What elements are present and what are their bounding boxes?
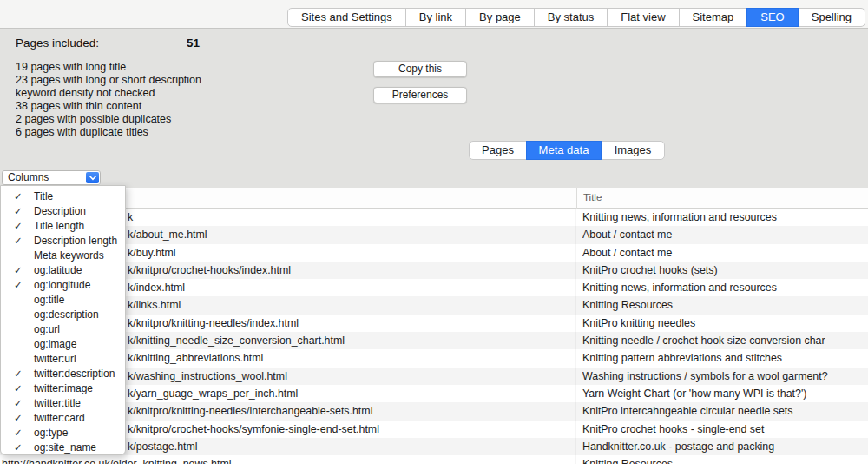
table-row[interactable]: k/knitpro/knitting-needles/index.htmlKni… <box>0 315 868 332</box>
table-row[interactable]: k/buy.htmlAbout / contact me <box>0 244 868 262</box>
title-cell: Handknitter.co.uk - postage and packing <box>576 438 868 455</box>
table-row[interactable]: k/knitpro/crochet-hooks/symfonie-single-… <box>0 421 868 438</box>
menu-item-label: Title <box>34 190 53 202</box>
columns-dropdown-menu: ✓Title✓Description✓Title length✓Descript… <box>0 185 126 455</box>
tab-by-link[interactable]: By link <box>405 8 466 27</box>
summary-line: 19 pages with long title <box>16 61 201 74</box>
toolbar: Sites and SettingsBy linkBy pageBy statu… <box>0 0 868 29</box>
checkmark-icon: ✓ <box>14 396 28 411</box>
menu-item-og-type[interactable]: ✓og:type <box>1 426 125 441</box>
table-row[interactable]: k/washing_instructions_wool.htmlWashing … <box>0 368 868 385</box>
title-cell: About / contact me <box>576 244 868 262</box>
menu-item-label: og:longitude <box>34 279 90 291</box>
copy-this-button[interactable]: Copy this <box>373 61 467 77</box>
table-row[interactable]: kKnitting news, information and resource… <box>0 209 868 226</box>
menu-item-twitter-title[interactable]: ✓twitter:title <box>1 396 125 411</box>
menu-item-twitter-card[interactable]: ✓twitter:card <box>1 411 125 426</box>
checkmark-icon: ✓ <box>14 426 28 441</box>
checkmark-icon: ✓ <box>14 263 28 278</box>
checkmark-icon: ✓ <box>14 278 28 293</box>
title-cell: Washing instructions / symbols for a woo… <box>576 368 868 385</box>
table-row[interactable]: k/yarn_guage_wraps_per_inch.htmlYarn Wei… <box>0 385 868 402</box>
menu-item-meta-keywords[interactable]: Meta keywords <box>1 249 125 263</box>
menu-item-twitter-description[interactable]: ✓twitter:description <box>1 367 125 381</box>
tab-sites-and-settings[interactable]: Sites and Settings <box>287 8 406 27</box>
menu-item-description-length[interactable]: ✓Description length <box>1 234 125 249</box>
menu-item-label: og:site_name <box>34 441 96 454</box>
menu-item-og-site-name[interactable]: ✓og:site_name <box>1 441 125 455</box>
title-cell: Knitting Resources <box>576 455 868 464</box>
menu-item-label: og:description <box>34 308 99 321</box>
summary-lines: 19 pages with long title23 pages with lo… <box>16 61 201 139</box>
column-divider[interactable] <box>576 188 577 209</box>
url-cell: http://handknitter.co.uk/older_knitting_… <box>0 455 576 464</box>
menu-item-label: og:latitude <box>34 264 82 276</box>
checkmark-icon: ✓ <box>14 411 28 426</box>
checkmark-icon: ✓ <box>14 189 28 204</box>
columns-popup-button[interactable]: Columns <box>2 170 101 185</box>
title-cell: About / contact me <box>576 226 868 243</box>
menu-item-label: Description <box>34 205 86 217</box>
checkmark-icon: ✓ <box>14 219 28 234</box>
tab-by-page[interactable]: By page <box>465 8 535 27</box>
menu-item-title[interactable]: ✓Title <box>1 189 125 204</box>
seo-summary: Pages included: 51 19 pages with long ti… <box>16 36 201 139</box>
title-column-header[interactable]: Title <box>583 188 602 208</box>
title-cell: Knitting news, information and resources <box>576 209 868 226</box>
tab-sitemap[interactable]: Sitemap <box>679 8 748 27</box>
segment-meta-data[interactable]: Meta data <box>526 141 602 160</box>
menu-item-description[interactable]: ✓Description <box>1 204 125 219</box>
menu-item-og-title[interactable]: og:title <box>1 293 125 308</box>
table-header: Title <box>0 188 868 209</box>
tab-by-status[interactable]: By status <box>534 8 608 27</box>
pages-included-label: Pages included: <box>16 36 99 50</box>
preferences-button[interactable]: Preferences <box>373 87 467 103</box>
table-row[interactable]: k/postage.htmlHandknitter.co.uk - postag… <box>0 438 868 455</box>
menu-item-og-latitude[interactable]: ✓og:latitude <box>1 263 125 278</box>
menu-item-label: twitter:description <box>34 368 115 380</box>
menu-item-og-url[interactable]: og:url <box>1 322 125 337</box>
table-row[interactable]: k/knitpro/crochet-hooks/index.htmlKnitPr… <box>0 262 868 279</box>
title-cell: KnitPro knitting needles <box>576 315 868 332</box>
menu-item-label: og:title <box>34 294 64 306</box>
title-cell: KnitPro crochet hooks (sets) <box>576 262 868 279</box>
columns-popup-label: Columns <box>8 171 49 184</box>
pages-included: Pages included: 51 <box>16 36 201 52</box>
menu-item-label: twitter:url <box>34 353 76 365</box>
menu-item-label: Meta keywords <box>34 249 104 262</box>
checkmark-icon: ✓ <box>14 367 28 381</box>
tab-flat-view[interactable]: Flat view <box>607 8 679 27</box>
checkmark-icon: ✓ <box>14 204 28 219</box>
summary-line: 38 pages with thin content <box>16 100 201 113</box>
checkmark-icon: ✓ <box>14 234 28 249</box>
table-row[interactable]: k/links.htmlKnitting Resources <box>0 296 868 314</box>
menu-item-label: Title length <box>34 220 84 232</box>
menu-item-label: og:url <box>34 323 60 335</box>
menu-item-twitter-image[interactable]: ✓twitter:image <box>1 381 125 396</box>
menu-item-og-image[interactable]: og:image <box>1 337 125 352</box>
checkmark-icon: ✓ <box>14 381 28 396</box>
title-cell: KnitPro crochet hooks - single-end set <box>576 421 868 438</box>
title-cell: Knitting news, information and resources <box>576 279 868 296</box>
table-row[interactable]: k/knitting_abbreviations.htmlKnitting pa… <box>0 349 868 367</box>
summary-line: keyword density not checked <box>16 87 201 100</box>
tab-spelling[interactable]: Spelling <box>798 8 865 27</box>
table-row[interactable]: k/index.htmlKnitting news, information a… <box>0 279 868 296</box>
title-cell: KnitPro intercahngeable circular needle … <box>576 402 868 420</box>
table-row[interactable]: http://handknitter.co.uk/older_knitting_… <box>0 455 868 464</box>
tab-seo[interactable]: SEO <box>746 8 798 27</box>
menu-item-og-description[interactable]: og:description <box>1 308 125 322</box>
segment-pages[interactable]: Pages <box>469 141 527 160</box>
menu-item-label: twitter:title <box>34 397 81 409</box>
menu-item-og-longitude[interactable]: ✓og:longitude <box>1 278 125 293</box>
summary-line: 6 pages with duplicate titles <box>16 126 201 139</box>
table-row[interactable]: k/about_me.htmlAbout / contact me <box>0 226 868 243</box>
summary-line: 23 pages with long or short description <box>16 74 201 87</box>
menu-item-twitter-url[interactable]: twitter:url <box>1 352 125 367</box>
segment-images[interactable]: Images <box>601 141 665 160</box>
menu-item-title-length[interactable]: ✓Title length <box>1 219 125 234</box>
title-cell: Knitting Resources <box>576 296 868 314</box>
result-type-segments: PagesMeta dataImages <box>469 141 665 160</box>
table-row[interactable]: k/knitting_needle_size_conversion_chart.… <box>0 332 868 349</box>
table-row[interactable]: k/knitpro/knitting-needles/interchangeab… <box>0 402 868 420</box>
